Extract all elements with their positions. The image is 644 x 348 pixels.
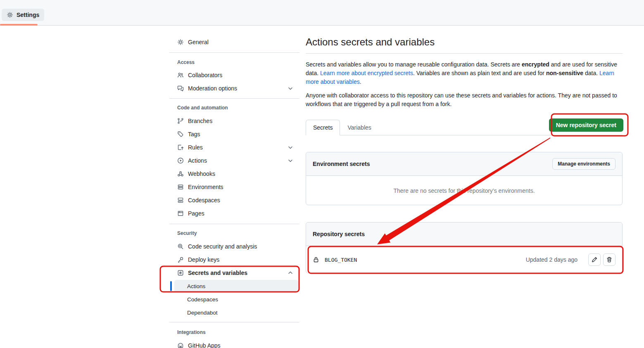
chevron-up-icon xyxy=(287,270,294,276)
sidebar-subitem-label: Dependabot xyxy=(187,310,218,316)
tab-secrets-label: Secrets xyxy=(313,124,333,131)
sidebar-item-secrets-and-variables[interactable]: Secrets and variables xyxy=(169,266,299,279)
new-repository-secret-button[interactable]: New repository secret xyxy=(549,118,623,132)
inline-link[interactable]: Learn more about encrypted secrets xyxy=(320,70,413,76)
sidebar-item-label: Secrets and variables xyxy=(188,270,247,276)
sidebar-item-label: Environments xyxy=(188,184,223,190)
server-icon xyxy=(177,184,184,190)
intro-text: Secrets and variables allow you to manag… xyxy=(306,60,623,86)
sidebar-item-rules[interactable]: Rules xyxy=(169,141,299,154)
active-item-indicator xyxy=(170,281,172,291)
repo-tab-bar: Settings xyxy=(0,0,644,26)
sidebar-item-general[interactable]: General xyxy=(169,36,299,49)
tab-settings[interactable]: Settings xyxy=(2,9,44,21)
codespaces-icon xyxy=(177,197,184,204)
chevron-down-icon xyxy=(287,157,294,164)
sidebar-item-branches[interactable]: Branches xyxy=(169,114,299,128)
pencil-icon xyxy=(591,256,598,263)
sidebar-item-label: Code security and analysis xyxy=(188,243,257,250)
browser-icon xyxy=(177,210,184,217)
sidebar-subitem-actions[interactable]: Actions xyxy=(174,280,299,292)
page-title: Actions secrets and variables xyxy=(306,36,435,48)
secret-updated-timestamp: Updated 2 days ago xyxy=(526,256,577,263)
repository-secrets-title: Repository secrets xyxy=(313,231,365,237)
sidebar-item-label: Deploy keys xyxy=(188,256,219,263)
edit-secret-button[interactable] xyxy=(588,253,601,266)
sidebar-subitem-label: Codespaces xyxy=(187,296,218,303)
play-icon xyxy=(177,157,184,164)
sidebar-item-pages[interactable]: Pages xyxy=(169,207,299,220)
sidebar-item-label: Pages xyxy=(188,210,204,217)
environment-secrets-header: Environment secrets Manage environments xyxy=(306,152,622,176)
trash-icon xyxy=(606,256,613,263)
sidebar-item-label: Moderation options xyxy=(188,85,237,92)
tab-variables-label: Variables xyxy=(347,124,371,131)
chevron-down-icon xyxy=(287,144,294,151)
sidebar-item-label: Branches xyxy=(188,118,212,124)
sidebar-item-label: General xyxy=(188,39,209,45)
sidebar-item-label: Rules xyxy=(188,144,203,151)
sidebar-item-tags[interactable]: Tags xyxy=(169,128,299,141)
secret-row: BLOG_TOKEN Updated 2 days ago xyxy=(306,246,622,273)
sidebar-section-security: Security xyxy=(169,228,299,238)
environment-secrets-panel: Environment secrets Manage environments … xyxy=(306,152,623,205)
git-branch-icon xyxy=(177,118,184,124)
settings-sidebar: General Access Collaborators Moderation … xyxy=(169,0,299,348)
sidebar-divider xyxy=(169,52,299,53)
sidebar-item-deploy-keys[interactable]: Deploy keys xyxy=(169,253,299,266)
codescan-icon xyxy=(177,243,184,250)
secret-row-actions xyxy=(588,253,615,266)
repository-secrets-panel: Repository secrets BLOG_TOKEN Updated 2 … xyxy=(306,222,623,273)
sidebar-subitem-label: Actions xyxy=(187,283,205,289)
hubot-icon xyxy=(177,342,184,348)
sidebar-item-actions[interactable]: Actions xyxy=(169,154,299,167)
sidebar-item-codespaces[interactable]: Codespaces xyxy=(169,194,299,207)
tag-icon xyxy=(177,131,184,137)
title-divider xyxy=(306,53,623,54)
sidebar-item-label: Tags xyxy=(188,131,200,137)
lock-icon xyxy=(313,256,319,263)
sidebar-item-github-apps[interactable]: GitHub Apps xyxy=(169,339,299,348)
sidebar-item-collaborators[interactable]: Collaborators xyxy=(169,69,299,82)
tab-secrets[interactable]: Secrets xyxy=(306,120,340,135)
environment-secrets-title: Environment secrets xyxy=(313,161,370,167)
sidebar-item-label: Collaborators xyxy=(188,72,222,78)
sidebar-item-label: GitHub Apps xyxy=(188,342,221,348)
sidebar-item-label: Webhooks xyxy=(188,170,215,177)
delete-secret-button[interactable] xyxy=(603,253,615,266)
manage-environments-button[interactable]: Manage environments xyxy=(552,158,615,170)
people-icon xyxy=(177,72,184,78)
gear-icon xyxy=(7,12,13,18)
settings-tab-label: Settings xyxy=(17,12,39,18)
rules-icon xyxy=(177,144,184,151)
sidebar-divider xyxy=(169,322,299,322)
asterisk-box-icon xyxy=(177,270,184,276)
collaborator-note: Anyone with collaborator access to this … xyxy=(306,91,623,109)
sidebar-subitem-codespaces[interactable]: Codespaces xyxy=(174,293,299,305)
sidebar-item-webhooks[interactable]: Webhooks xyxy=(169,167,299,180)
webhook-icon xyxy=(177,170,184,177)
comment-discussion-icon xyxy=(177,85,184,92)
sidebar-section-access: Access xyxy=(169,57,299,67)
sidebar-item-code-security[interactable]: Code security and analysis xyxy=(169,240,299,253)
secret-name: BLOG_TOKEN xyxy=(325,257,357,263)
gear-icon xyxy=(177,39,184,45)
sidebar-item-label: Codespaces xyxy=(188,197,220,204)
tab-variables[interactable]: Variables xyxy=(341,120,378,135)
sidebar-divider xyxy=(169,224,299,224)
key-icon xyxy=(177,256,184,263)
sidebar-item-label: Actions xyxy=(188,157,207,164)
repository-secrets-header: Repository secrets xyxy=(306,223,622,246)
sidebar-item-moderation-options[interactable]: Moderation options xyxy=(169,82,299,95)
sidebar-section-integrations: Integrations xyxy=(169,327,299,337)
sidebar-divider xyxy=(169,98,299,99)
chevron-down-icon xyxy=(287,85,294,92)
environment-secrets-empty-message: There are no secrets for this repository… xyxy=(306,176,622,205)
sidebar-section-code-and-automation: Code and automation xyxy=(169,103,299,113)
sidebar-item-environments[interactable]: Environments xyxy=(169,180,299,194)
sidebar-subitem-dependabot[interactable]: Dependabot xyxy=(174,306,299,319)
active-tab-underline xyxy=(0,24,38,26)
